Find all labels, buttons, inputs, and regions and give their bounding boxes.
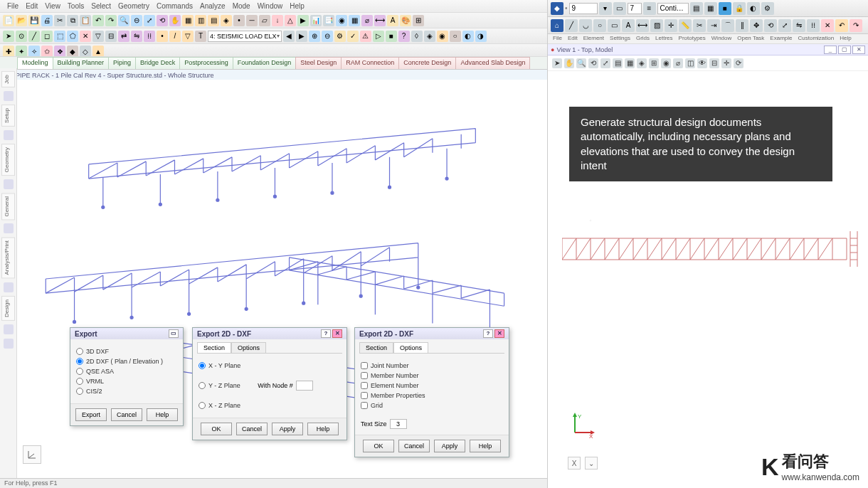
dlg-a-tab-options[interactable]: Options <box>231 342 266 353</box>
chk-element-number[interactable]: Element Number <box>361 382 503 389</box>
view-min-button[interactable]: _ <box>824 46 837 54</box>
export-button[interactable]: Export <box>75 408 107 421</box>
chk-member-props[interactable]: Member Properties <box>361 392 503 399</box>
redo-icon[interactable]: ↷ <box>105 15 117 26</box>
tab-bridge-deck[interactable]: Bridge Deck <box>135 57 180 69</box>
props-icon[interactable]: ▦ <box>704 2 717 15</box>
fillet-icon[interactable]: ⌒ <box>721 19 734 32</box>
hatch-icon[interactable]: ▨ <box>650 19 663 32</box>
menu-geometry[interactable]: Geometry <box>115 1 152 11</box>
menu-analyze[interactable]: Analyze <box>197 1 228 11</box>
undo2-icon[interactable]: ↶ <box>835 19 848 32</box>
scale-icon[interactable]: ⤢ <box>778 19 791 32</box>
v-wireframe-icon[interactable]: ⊞ <box>649 58 659 68</box>
home-icon[interactable]: ⌂ <box>551 19 563 32</box>
menu-select[interactable]: Select <box>88 1 114 11</box>
extra-1-icon[interactable]: ⊕ <box>309 31 320 42</box>
t3-2-icon[interactable]: ✦ <box>16 46 27 57</box>
rmenu-element[interactable]: Element <box>581 35 606 43</box>
color-blue-icon[interactable]: ■ <box>719 2 731 15</box>
v-rotate-icon[interactable]: ⟲ <box>588 58 598 68</box>
dlg-a-help-button[interactable]: Help <box>307 423 339 435</box>
mirror-icon[interactable]: ⇋ <box>131 31 142 42</box>
transparency-icon[interactable]: ◐ <box>747 2 760 15</box>
side-icon-6[interactable] <box>4 324 14 334</box>
sidetab-setup[interactable]: Setup <box>1 105 15 127</box>
tab-ram-connection[interactable]: RAM Connection <box>341 57 399 69</box>
select-beam-icon[interactable]: ╱ <box>28 31 40 42</box>
rmenu-grids[interactable]: Grids <box>634 35 652 43</box>
place-line-icon[interactable]: ╱ <box>565 19 578 32</box>
pen-size-field[interactable]: 9 <box>569 3 598 14</box>
place-text-icon[interactable]: A <box>622 19 635 32</box>
rmenu-opentask[interactable]: Open Task <box>735 35 766 43</box>
dlg-b-help-button[interactable]: ? <box>483 329 493 338</box>
rmenu-window[interactable]: Window <box>709 35 734 43</box>
dlg-b-cancel-button[interactable]: Cancel <box>398 440 430 452</box>
menu-tools[interactable]: Tools <box>65 1 87 11</box>
snap-icon[interactable]: ✛ <box>665 19 677 32</box>
t3-4-icon[interactable]: ✩ <box>41 46 53 57</box>
tab-building-planner[interactable]: Building Planner <box>53 57 110 69</box>
v-front-icon[interactable]: ▦ <box>625 58 635 68</box>
bottom-icon-x[interactable]: X <box>568 457 581 470</box>
t3-3-icon[interactable]: ✧ <box>28 46 40 57</box>
display-node-icon[interactable]: • <box>157 31 168 42</box>
page-num-field[interactable]: 7 <box>628 3 642 14</box>
view-front-icon[interactable]: ▦ <box>182 15 194 26</box>
results-icon[interactable]: 📊 <box>310 15 322 26</box>
v-render-icon[interactable]: ◉ <box>661 58 671 68</box>
display-support-icon[interactable]: ▽ <box>182 31 194 42</box>
export-option-2ddxf[interactable]: 2D DXF ( Plan / Elevation ) <box>76 358 177 365</box>
paste-icon[interactable]: 📋 <box>80 15 91 26</box>
v-clip-icon[interactable]: ◫ <box>685 58 695 68</box>
print-icon[interactable]: 🖨 <box>41 15 53 26</box>
delete-icon[interactable]: ✕ <box>821 19 834 32</box>
place-arc-icon[interactable]: ◡ <box>579 19 592 32</box>
render-icon[interactable]: ◉ <box>336 15 347 26</box>
t3-7-icon[interactable]: ◇ <box>80 46 91 57</box>
right-viewport[interactable]: Generate structural design documents aut… <box>548 71 868 475</box>
app-logo-icon[interactable]: ◆ <box>551 2 563 15</box>
rotate-icon[interactable]: ⟲ <box>157 15 168 26</box>
filter-icon[interactable]: ▽ <box>92 31 104 42</box>
move-icon[interactable]: ✥ <box>750 19 763 32</box>
dlg-a-tab-section[interactable]: Section <box>197 342 231 353</box>
sidetab-design[interactable]: Design <box>1 296 15 321</box>
label-icon[interactable]: A <box>387 15 398 26</box>
tab-modeling[interactable]: Modeling <box>17 57 53 69</box>
rmenu-prototypes[interactable]: Prototypes <box>677 35 708 43</box>
extend-icon[interactable]: ⇥ <box>707 19 720 32</box>
select-cursor-icon[interactable]: ➤ <box>3 31 14 42</box>
text-size-input[interactable] <box>390 419 407 429</box>
copy-icon[interactable]: ⧉ <box>67 15 78 26</box>
dlg-b-ok-button[interactable]: OK <box>363 440 394 452</box>
tab-foundation-design[interactable]: Foundation Design <box>233 57 297 69</box>
v-display-icon[interactable]: 👁 <box>697 58 707 68</box>
more-6-icon[interactable]: ◑ <box>475 31 487 42</box>
dlg-a-help-button[interactable]: ? <box>321 329 331 338</box>
lock-icon[interactable]: 🔒 <box>733 2 746 15</box>
next-icon[interactable]: ▶ <box>296 31 307 42</box>
export-option-qse[interactable]: QSE ASA <box>76 368 177 375</box>
zoom-out-icon[interactable]: ⊖ <box>131 15 142 26</box>
more-4-icon[interactable]: ○ <box>450 31 461 42</box>
sidetab-geometry[interactable]: Geometry <box>1 144 15 176</box>
redo2-icon[interactable]: ↷ <box>850 19 862 32</box>
dlg-a-apply-button[interactable]: Apply <box>272 423 303 435</box>
menu-edit[interactable]: Edit <box>23 1 41 11</box>
plane-xz[interactable]: X - Z Plane <box>199 402 240 409</box>
export-help-button[interactable]: Help <box>147 408 178 421</box>
v-section-icon[interactable]: ⌀ <box>673 58 683 68</box>
v-zoom-icon[interactable]: 🔍 <box>576 58 586 68</box>
side-icon-4[interactable] <box>4 223 14 233</box>
trim-icon[interactable]: ✂ <box>693 19 706 32</box>
rmenu-lettres[interactable]: Lettres <box>653 35 674 43</box>
cut-icon[interactable]: ✂ <box>54 15 65 26</box>
stop-icon[interactable]: ■ <box>386 31 397 42</box>
rmenu-example[interactable]: Example <box>768 35 794 43</box>
save-icon[interactable]: 💾 <box>28 15 40 26</box>
select-window-icon[interactable]: ⬚ <box>54 31 65 42</box>
menu-mode[interactable]: Mode <box>230 1 253 11</box>
array2-icon[interactable]: ⁞⁞ <box>807 19 820 32</box>
